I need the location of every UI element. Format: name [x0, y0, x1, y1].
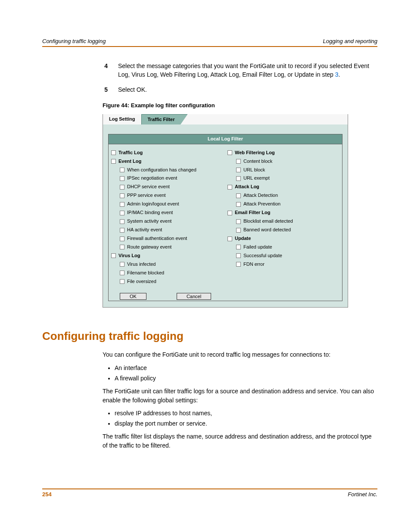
checkbox-label: Admin login/logout event	[127, 201, 179, 208]
checkbox-row: Virus Log	[111, 252, 223, 260]
checkbox-row: HA activity event	[120, 226, 223, 234]
checkbox-icon[interactable]	[120, 193, 125, 198]
checkbox-label: Filename blocked	[127, 270, 164, 277]
checkbox-label: IPSec negotiation event	[127, 175, 177, 182]
checkbox-row: DHCP service event	[120, 183, 223, 191]
step-number: 4	[103, 62, 108, 79]
filter-column-left: Traffic LogEvent LogWhen configuration h…	[111, 149, 223, 286]
checkbox-icon[interactable]	[227, 236, 232, 241]
checkbox-row: Traffic Log	[111, 149, 223, 157]
tab-log-setting[interactable]: Log Setting	[103, 114, 141, 124]
cancel-button[interactable]: Cancel	[177, 293, 211, 300]
checkbox-icon[interactable]	[120, 271, 125, 275]
checkbox-icon[interactable]	[227, 150, 232, 155]
checkbox-icon[interactable]	[111, 150, 116, 155]
checkbox-label: System activity event	[127, 218, 171, 225]
checkbox-icon[interactable]	[236, 193, 241, 198]
checkbox-label: PPP service event	[127, 192, 166, 199]
checkbox-icon[interactable]	[236, 245, 241, 249]
checkbox-label: Attack Prevention	[243, 201, 280, 208]
checkbox-row: Virus infected	[120, 260, 223, 269]
body-paragraph: The FortiGate unit can filter traffic lo…	[103, 387, 378, 404]
checkbox-label: Banned word detected	[243, 227, 291, 233]
checkbox-label: Blocklist email detected	[243, 218, 293, 225]
checkbox-icon[interactable]	[236, 202, 241, 207]
checkbox-label: Traffic Log	[118, 149, 143, 156]
checkbox-row: Successful update	[236, 252, 339, 260]
checkbox-label: DHCP service event	[127, 184, 170, 190]
checkbox-row: URL exempt	[236, 174, 339, 183]
checkbox-icon[interactable]	[111, 253, 116, 258]
header-chapter-title: Logging and reporting	[323, 38, 378, 44]
checkbox-row: FDN error	[236, 260, 339, 269]
filter-panel: Local Log Filter Traffic LogEvent LogWhe…	[103, 124, 348, 307]
section-heading: Configuring traffic logging	[42, 328, 378, 345]
filter-box: Local Log Filter Traffic LogEvent LogWhe…	[108, 134, 342, 301]
main-content: 4 Select the message categories that you…	[103, 62, 378, 450]
checkbox-icon[interactable]	[120, 176, 125, 181]
tab-traffic-filter[interactable]: Traffic Filter	[141, 114, 181, 124]
checkbox-icon[interactable]	[111, 159, 116, 164]
checkbox-icon[interactable]	[227, 211, 232, 215]
bullet-list: An interfaceA firewall policy	[115, 364, 378, 383]
checkbox-row: Content block	[236, 157, 339, 166]
ok-button[interactable]: OK	[120, 293, 146, 300]
checkbox-row: Admin login/logout event	[120, 200, 223, 208]
checkbox-row: Update	[227, 234, 339, 243]
checkbox-icon[interactable]	[120, 168, 125, 172]
checkbox-row: Failed update	[236, 243, 339, 252]
footer-company: Fortinet Inc.	[348, 491, 377, 498]
checkbox-label: Virus Log	[118, 252, 140, 259]
checkbox-row: Banned word detected	[236, 226, 339, 234]
page-footer: 254 Fortinet Inc.	[42, 488, 377, 498]
checkbox-icon[interactable]	[120, 202, 125, 207]
checkbox-icon[interactable]	[236, 219, 241, 224]
filter-column-right: Web Filtering LogContent blockURL blockU…	[227, 149, 339, 286]
checkbox-row: File oversized	[120, 277, 223, 286]
list-item: resolve IP addresses to host names,	[115, 409, 378, 417]
checkbox-label: Route gateway event	[127, 244, 171, 251]
step-link[interactable]: 3	[335, 71, 339, 78]
list-item: A firewall policy	[115, 374, 378, 383]
checkbox-row: PPP service event	[120, 191, 223, 200]
checkbox-label: HA activity event	[127, 227, 162, 233]
checkbox-label: URL exempt	[243, 175, 270, 182]
checkbox-row: Blocklist email detected	[236, 217, 339, 226]
checkbox-icon[interactable]	[236, 159, 241, 164]
checkbox-icon[interactable]	[120, 211, 125, 215]
step-item: 5 Select OK.	[103, 85, 378, 94]
checkbox-row: Web Filtering Log	[227, 149, 339, 157]
checkbox-icon[interactable]	[227, 185, 232, 190]
checkbox-label: Content block	[243, 158, 272, 165]
body-paragraph: You can configure the FortiGate unit to …	[103, 350, 378, 359]
bullet-list: resolve IP addresses to host names,displ…	[115, 409, 378, 428]
step-text: Select OK.	[118, 85, 378, 94]
body-paragraph: The traffic filter list displays the nam…	[103, 432, 378, 450]
checkbox-icon[interactable]	[120, 228, 125, 233]
checkbox-label: Attack Log	[235, 184, 259, 190]
button-row: OK Cancel	[109, 289, 342, 301]
checkbox-icon[interactable]	[236, 228, 241, 233]
checkbox-icon[interactable]	[236, 253, 241, 258]
checkbox-icon[interactable]	[120, 219, 125, 224]
step-item: 4 Select the message categories that you…	[103, 62, 378, 79]
checkbox-icon[interactable]	[236, 262, 241, 267]
checkbox-icon[interactable]	[236, 168, 241, 172]
checkbox-row: Attack Prevention	[236, 200, 339, 208]
checkbox-icon[interactable]	[236, 176, 241, 181]
checkbox-icon[interactable]	[120, 262, 125, 267]
checkbox-icon[interactable]	[120, 185, 125, 190]
checkbox-label: Firewall authentication event	[127, 235, 187, 242]
checkbox-row: Route gateway event	[120, 243, 223, 252]
figure-caption: Figure 44: Example log filter configurat…	[103, 102, 378, 110]
checkbox-icon[interactable]	[120, 236, 125, 241]
checkbox-row: Firewall authentication event	[120, 234, 223, 243]
checkbox-label: Attack Detection	[243, 192, 278, 199]
checkbox-row: System activity event	[120, 217, 223, 226]
checkbox-label: Successful update	[243, 252, 282, 259]
checkbox-row: Attack Log	[227, 183, 339, 191]
filter-title: Local Log Filter	[109, 134, 342, 144]
checkbox-icon[interactable]	[120, 279, 125, 284]
checkbox-label: IP/MAC binding event	[127, 209, 173, 216]
checkbox-icon[interactable]	[120, 245, 125, 249]
